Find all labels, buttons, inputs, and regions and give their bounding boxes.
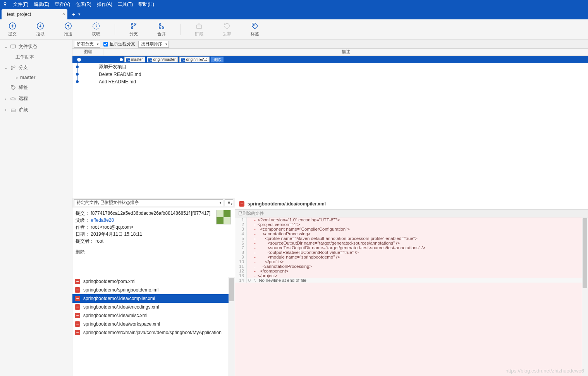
svg-point-6 [131,28,133,29]
merge-icon [157,22,166,30]
commit-row[interactable]: Delete README.md [72,71,588,78]
menu-view[interactable]: 查看(V) [55,1,70,8]
diff-line: 8- <outputRelativeToContentRoot value="t… [235,250,588,255]
diff-line: 140\ No newline at end of file [235,278,588,283]
diff-filename: springbootdemo/.idea/compiler.xml [248,201,326,207]
file-row[interactable]: −springbootdemo/.idea/misc.xml [72,311,235,320]
commit-row[interactable]: 添加开发项目 [72,63,588,71]
show-remote-checkbox[interactable]: 显示远程分支 [103,41,135,47]
add-tab[interactable]: + ▼ [72,9,81,19]
sidebar-remotes[interactable]: ›远程 [0,93,72,104]
minus-icon: − [239,201,244,207]
fetch-button[interactable]: 获取 [87,22,105,37]
diff-line: 1-<?xml version="1.0" encoding="UTF-8"?> [235,217,588,222]
branch-badge[interactable]: ⌥origin/master [147,57,178,62]
diff-line: 7- <sourceTestOutputDir name="target/gen… [235,245,588,250]
diff-hunk-header: 已删除的文件 [235,210,588,217]
changed-files-list[interactable]: −springbootdemo/pom.xml−springbootdemo/s… [72,277,235,376]
scrollbar[interactable] [582,217,588,376]
arrow-up-icon [64,22,72,30]
minus-icon: − [75,287,80,293]
commit-button[interactable]: 提交 [3,22,22,37]
svg-point-5 [131,23,133,25]
scrollbar[interactable] [229,277,235,376]
file-row[interactable]: −springbootdemo/src/main/java/com/demo/s… [72,328,235,337]
sidebar-branch-master[interactable]: master [0,73,72,82]
filter-bar: 所有分支 显示远程分支 按日期排序 [72,40,588,49]
file-row[interactable]: −springbootdemo/pom.xml [72,277,235,286]
file-sort-bar: 待定的文件, 已依照文件状态排序 ≡ [72,198,235,207]
stash-icon [195,22,203,30]
toolbar: 提交 拉取 推送 获取 分支 合并 贮藏 丢弃 标签 [0,19,588,40]
sidebar: ⌄文件状态 工作副本 ⌄分支 master ›标签 ›远程 ›贮藏 [0,40,72,376]
menu-edit[interactable]: 编辑(E) [34,1,49,8]
file-row[interactable]: −springbootdemo/springbootdemo.iml [72,286,235,294]
sidebar-stashes[interactable]: ›贮藏 [0,104,72,116]
file-row[interactable]: −springbootdemo/.idea/compiler.xml [72,294,235,303]
svg-point-7 [135,23,136,25]
stash-button[interactable]: 贮藏 [190,22,208,37]
sidebar-filestatus[interactable]: ⌄文件状态 [0,41,72,52]
commit-header-row: 图谱 描述 [72,49,588,56]
menubar: 文件(F) 编辑(E) 查看(V) 仓库(R) 操作(A) 工具(T) 帮助(H… [0,0,588,9]
svg-point-12 [253,24,254,26]
diff-line: 5- <profile name="Maven default annotati… [235,236,588,241]
branch-badge[interactable]: ⌥origin/HEAD [179,57,210,62]
file-row[interactable]: −springbootdemo/.idea/encodings.xml [72,303,235,311]
menu-action[interactable]: 操作(A) [97,1,112,8]
minus-icon: − [75,296,80,301]
svg-point-8 [159,23,161,25]
discard-button[interactable]: 丢弃 [218,22,236,37]
scrollbar-thumb[interactable] [583,218,587,288]
sidebar-tags[interactable]: ›标签 [0,82,72,93]
plus-icon: + [72,11,75,17]
stash-icon [10,107,16,113]
app-logo-icon [2,2,8,7]
branch-button[interactable]: 分支 [124,22,143,37]
file-sort-combo[interactable]: 待定的文件, 已依照文件状态排序 [74,199,223,206]
separator [115,24,115,35]
merge-button[interactable]: 合并 [152,22,171,37]
menu-repo[interactable]: 仓库(R) [76,1,91,8]
diff-line: 13-</project> [235,273,588,278]
commit-meta: 提交： f87741786ca12a5ed36bdacbe26afb881486… [72,207,235,277]
diff-line: 3- <component name="CompilerConfiguratio… [235,227,588,231]
minus-icon: − [75,330,80,335]
diff-line: 11- </annotationProcessing> [235,264,588,269]
view-mode-button[interactable]: ≡ [225,199,233,206]
discard-icon [223,22,231,30]
scrollbar-thumb[interactable] [229,278,234,301]
close-icon[interactable]: × [62,11,65,17]
commit-row[interactable]: Add README.md [72,78,588,85]
parent-link[interactable]: effeda8e28 [91,217,114,223]
branch-filter-combo[interactable]: 所有分支 [74,41,100,48]
svg-rect-13 [11,45,15,48]
file-row[interactable]: −springbootdemo/.idea/workspace.xml [72,320,235,328]
commit-list[interactable]: ⌥master ⌥origin/master ⌥origin/HEAD 删除 添… [72,56,588,198]
svg-point-17 [12,86,13,87]
tag-button[interactable]: 标签 [246,22,264,37]
commit-msg-badge: 删除 [211,57,224,62]
diff-line: 4- <annotationProcessing> [235,231,588,236]
menu-help[interactable]: 帮助(H) [138,1,154,8]
branch-icon [10,65,16,71]
head-dot-icon [120,58,123,61]
menu-tools[interactable]: 工具(T) [118,1,133,8]
diff-view[interactable]: 1-<?xml version="1.0" encoding="UTF-8"?>… [235,217,588,376]
menu-file[interactable]: 文件(F) [13,1,28,8]
graph-node-icon [77,58,81,62]
pull-button[interactable]: 拉取 [31,22,50,37]
commit-row[interactable]: ⌥master ⌥origin/master ⌥origin/HEAD 删除 [72,56,588,63]
sidebar-workingcopy[interactable]: 工作副本 [0,52,72,62]
sidebar-branches[interactable]: ⌄分支 [0,62,72,73]
sort-combo[interactable]: 按日期排序 [138,41,169,48]
diff-line: 9- <module name="springbootdemo" /> [235,255,588,259]
svg-rect-11 [197,25,202,28]
repo-tab[interactable]: test_project × [2,9,67,19]
push-button[interactable]: 推送 [59,22,77,37]
col-desc: 描述 [103,49,588,55]
branch-badge[interactable]: ⌥master [124,57,145,62]
diff-line: 12- </component> [235,269,588,273]
monitor-icon [10,44,16,50]
diff-file-header: − springbootdemo/.idea/compiler.xml [235,198,588,210]
